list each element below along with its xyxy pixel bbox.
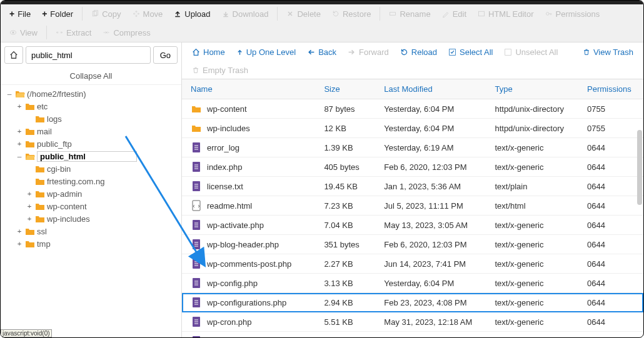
- unselect-all-button[interactable]: Unselect All: [499, 44, 563, 60]
- file-button[interactable]: +File: [4, 6, 36, 22]
- html-editor-icon: [478, 10, 485, 17]
- download-button[interactable]: Download: [217, 6, 274, 22]
- upload-button[interactable]: Upload: [169, 6, 215, 22]
- plus-icon: +: [42, 9, 47, 19]
- scrollbar-thumb[interactable]: [637, 130, 642, 205]
- checkbox-checked-icon: [448, 48, 456, 56]
- col-permissions[interactable]: Permissions: [583, 79, 643, 99]
- file-name: wp-config.php: [207, 279, 258, 288]
- tree-toggle[interactable]: +: [16, 240, 23, 248]
- table-row[interactable]: wp-content87 bytesYesterday, 6:04 PMhttp…: [182, 99, 643, 119]
- select-all-button[interactable]: Select All: [443, 44, 498, 60]
- move-button[interactable]: Move: [128, 6, 168, 22]
- collapse-all-button[interactable]: Collapse All: [1, 67, 181, 85]
- file-icon: [191, 200, 202, 211]
- tree-toggle[interactable]: –: [16, 152, 23, 161]
- folder-button[interactable]: +Folder: [37, 6, 78, 22]
- folder-open-icon: [15, 89, 25, 98]
- table-row[interactable]: wp-links-opml.php2.44 KBNov 27, 2022, 2:…: [182, 332, 643, 338]
- edit-button[interactable]: Edit: [437, 6, 471, 22]
- svg-rect-8: [505, 49, 511, 55]
- folder-icon: [25, 227, 35, 236]
- permissions-label: Permissions: [556, 9, 600, 19]
- file-label: File: [18, 9, 31, 19]
- file-type: httpd/unix-directory: [491, 99, 583, 119]
- file-modified: Feb 6, 2020, 12:03 PM: [380, 235, 491, 254]
- col-modified[interactable]: Last Modified: [380, 79, 491, 99]
- tree-toggle[interactable]: +: [26, 202, 33, 211]
- nav-up-button[interactable]: Up One Level: [231, 44, 301, 60]
- delete-button[interactable]: Delete: [281, 6, 326, 22]
- permissions-button[interactable]: Permissions: [540, 6, 605, 22]
- home-path-button[interactable]: [4, 46, 23, 64]
- nav-forward-button[interactable]: Forward: [343, 44, 394, 60]
- empty-trash-label: Empty Trash: [203, 66, 248, 75]
- table-row[interactable]: wp-configurations.php2.94 KBFeb 23, 2023…: [182, 293, 643, 312]
- view-button[interactable]: View: [4, 24, 43, 41]
- tree-toggle[interactable]: +: [16, 227, 23, 236]
- file-name: readme.html: [207, 201, 252, 211]
- file-size: 7.23 KB: [320, 196, 380, 216]
- copy-label: Copy: [102, 9, 121, 19]
- file-modified: Jul 5, 2023, 11:11 PM: [380, 196, 491, 216]
- compress-button[interactable]: Compress: [98, 24, 155, 41]
- tree-item-label[interactable]: wp-admin: [47, 189, 82, 199]
- tree-item-label[interactable]: logs: [47, 114, 62, 124]
- nav-home-button[interactable]: Home: [187, 44, 230, 60]
- go-button[interactable]: Go: [153, 46, 178, 64]
- tree-item-label[interactable]: ssl: [37, 227, 47, 236]
- separator: [380, 7, 380, 21]
- extract-button[interactable]: Extract: [51, 24, 96, 41]
- nav-reload-button[interactable]: Reload: [395, 44, 442, 60]
- file-permissions: 0755: [583, 119, 643, 138]
- tree-item-label[interactable]: mail: [37, 127, 52, 136]
- file-permissions: 0644: [583, 196, 643, 216]
- restore-button[interactable]: Restore: [327, 6, 376, 22]
- table-row[interactable]: wp-activate.php7.04 KBMay 13, 2023, 3:05…: [182, 216, 643, 235]
- table-row[interactable]: wp-cron.php5.51 KBMay 31, 2023, 12:18 AM…: [182, 312, 643, 332]
- copy-button[interactable]: Copy: [86, 6, 126, 22]
- file-icon: [191, 297, 202, 308]
- tree-toggle[interactable]: –: [6, 90, 13, 98]
- svg-point-6: [13, 32, 14, 34]
- table-row[interactable]: wp-blog-header.php351 bytesFeb 6, 2020, …: [182, 235, 643, 254]
- tree-toggle[interactable]: +: [26, 190, 33, 198]
- file-name: wp-blog-header.php: [207, 240, 279, 249]
- tree-toggle[interactable]: +: [26, 215, 33, 223]
- table-row[interactable]: wp-config.php3.13 KBYesterday, 6:04 PMte…: [182, 274, 643, 293]
- table-row[interactable]: index.php405 bytesFeb 6, 2020, 12:03 PMt…: [182, 157, 643, 177]
- rename-button[interactable]: Rename: [384, 6, 435, 22]
- table-row[interactable]: readme.html7.23 KBJul 5, 2023, 11:11 PMt…: [182, 196, 643, 216]
- col-type[interactable]: Type: [491, 79, 583, 99]
- tree-item-label[interactable]: public_html: [37, 151, 137, 162]
- tree-item-label[interactable]: frtesting.com.ng: [47, 177, 105, 186]
- view-trash-button[interactable]: View Trash: [578, 44, 638, 60]
- tree-root-label[interactable]: (/home2/frtestin): [27, 89, 86, 99]
- tree-item-label[interactable]: wp-includes: [47, 214, 90, 224]
- col-size[interactable]: Size: [320, 79, 380, 99]
- folder-icon: [35, 164, 45, 173]
- unselect-all-label: Unselect All: [515, 47, 558, 57]
- nav-back-button[interactable]: Back: [302, 44, 341, 60]
- table-row[interactable]: error_log1.39 KBYesterday, 6:19 AMtext/x…: [182, 138, 643, 157]
- tree-toggle[interactable]: +: [16, 102, 23, 111]
- path-input[interactable]: [26, 46, 151, 64]
- col-name[interactable]: Name: [182, 79, 320, 99]
- tree-item-label[interactable]: etc: [37, 102, 48, 111]
- folder-icon: [35, 114, 45, 123]
- empty-trash-button[interactable]: Empty Trash: [187, 62, 253, 78]
- tree-item-label[interactable]: cgi-bin: [47, 164, 71, 174]
- tree-item-label[interactable]: tmp: [37, 239, 51, 249]
- table-row[interactable]: wp-includes12 KBYesterday, 6:04 PMhttpd/…: [182, 119, 643, 138]
- table-row[interactable]: wp-comments-post.php2.27 KBJun 14, 2023,…: [182, 254, 643, 274]
- tree-toggle[interactable]: +: [16, 140, 23, 148]
- file-icon: [191, 277, 202, 289]
- file-name: wp-comments-post.php: [207, 259, 291, 269]
- tree-toggle[interactable]: +: [16, 127, 23, 136]
- tree-item-label[interactable]: public_ftp: [37, 139, 72, 149]
- file-type: text/plain: [491, 177, 583, 196]
- html-editor-button[interactable]: HTML Editor: [473, 6, 538, 22]
- tree-item-label[interactable]: wp-content: [47, 202, 87, 211]
- file-permissions: 0644: [583, 312, 643, 332]
- table-row[interactable]: license.txt19.45 KBJan 1, 2023, 5:36 AMt…: [182, 177, 643, 196]
